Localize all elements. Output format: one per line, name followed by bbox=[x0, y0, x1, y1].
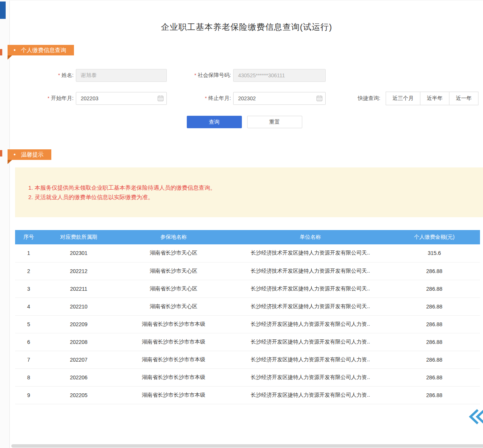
table-cell: 315.6 bbox=[389, 244, 480, 262]
payment-table: 序号对应费款所属期参保地名称单位名称个人缴费金额(元) 1202301湖南省长沙… bbox=[15, 230, 480, 404]
query-form: *姓名: *社会保障号码: *开始年月: *终止年月: bbox=[10, 69, 483, 128]
table-body: 1202301湖南省长沙市天心区长沙经济技术开发区捷特人力资源开发有限公司天..… bbox=[15, 244, 480, 404]
calendar-icon[interactable] bbox=[316, 95, 323, 101]
column-header: 对应费款所属期 bbox=[42, 230, 115, 244]
table-row: 4202210湖南省长沙市天心区长沙经济技术开发区捷特人力资源开发有限公司天..… bbox=[15, 298, 480, 315]
tip-line: 1. 本服务仅提供尚未领取企业职工基本养老保险待遇人员的缴费信息查询。 bbox=[28, 183, 483, 192]
table-row: 7202207湖南省长沙市长沙市市本级长沙经济开发区捷特人力资源开发有限公司人力… bbox=[15, 351, 480, 368]
table-cell: 5 bbox=[15, 315, 42, 333]
ssn-label: *社会保障号码: bbox=[170, 72, 231, 79]
ssn-input[interactable] bbox=[233, 69, 326, 82]
table-cell: 湖南省长沙市长沙市市本级 bbox=[115, 351, 232, 368]
table-cell: 湖南省长沙市长沙市市本级 bbox=[115, 368, 232, 386]
table-row: 6202208湖南省长沙市长沙市市本级长沙经济开发区捷特人力资源开发有限公司人力… bbox=[15, 333, 480, 351]
horizontal-scrollbar[interactable] bbox=[11, 444, 483, 448]
tips-lines: 1. 本服务仅提供尚未领取企业职工基本养老保险待遇人员的缴费信息查询。2. 灵活… bbox=[28, 183, 483, 202]
end-month-label: *终止年月: bbox=[170, 95, 231, 102]
query-section-badge: • 个人缴费信息查询 bbox=[8, 45, 74, 55]
table-cell: 湖南省长沙市天心区 bbox=[115, 244, 232, 262]
table-cell: 长沙经济开发区捷特人力资源开发有限公司人力资.. bbox=[232, 333, 389, 351]
badge-bullet-icon: • bbox=[14, 152, 16, 158]
required-mark: * bbox=[58, 72, 60, 78]
table-cell: 286.88 bbox=[389, 298, 480, 315]
quick-query-option-3[interactable]: 近一年 bbox=[449, 92, 478, 105]
table-cell: 湖南省长沙市长沙市市本级 bbox=[115, 333, 232, 351]
table-cell: 286.88 bbox=[389, 333, 480, 351]
table-cell: 长沙经济技术开发区捷特人力资源开发有限公司天.. bbox=[232, 244, 389, 262]
double-chevron-left-icon[interactable] bbox=[468, 409, 483, 425]
table-cell: 长沙经济开发区捷特人力资源开发有限公司人力资.. bbox=[232, 315, 389, 333]
table-cell: 286.88 bbox=[389, 280, 480, 298]
query-button[interactable]: 查询 bbox=[187, 116, 242, 128]
table-cell: 3 bbox=[15, 280, 42, 298]
badge-bullet-icon: • bbox=[14, 47, 16, 53]
table-cell: 湖南省长沙市天心区 bbox=[115, 280, 232, 298]
quick-query-option-1[interactable]: 近三个月 bbox=[386, 92, 420, 105]
required-mark: * bbox=[205, 95, 207, 101]
table-cell: 202212 bbox=[42, 262, 115, 280]
table-cell: 286.88 bbox=[389, 386, 480, 404]
table-cell: 湖南省长沙市长沙市市本级 bbox=[115, 386, 232, 404]
name-input-wrap bbox=[76, 69, 167, 82]
name-label: *姓名: bbox=[10, 72, 74, 79]
quick-query-buttons: 近三个月近半年近一年 bbox=[386, 92, 478, 105]
start-month-input-wrap bbox=[76, 92, 167, 105]
query-section-header: • 个人缴费信息查询 bbox=[10, 45, 483, 55]
table-cell: 286.88 bbox=[389, 351, 480, 368]
start-month-input[interactable] bbox=[76, 92, 167, 105]
table-cell: 6 bbox=[15, 333, 42, 351]
table-cell: 4 bbox=[15, 298, 42, 315]
table-cell: 8 bbox=[15, 368, 42, 386]
calendar-icon[interactable] bbox=[157, 95, 164, 101]
table-cell: 2 bbox=[15, 262, 42, 280]
column-header: 参保地名称 bbox=[115, 230, 232, 244]
table-row: 2202212湖南省长沙市天心区长沙经济技术开发区捷特人力资源开发有限公司天..… bbox=[15, 262, 480, 280]
table-cell: 1 bbox=[15, 244, 42, 262]
table-row: 5202209湖南省长沙市长沙市市本级长沙经济开发区捷特人力资源开发有限公司人力… bbox=[15, 315, 480, 333]
ribbon-tail-query bbox=[0, 49, 2, 55]
name-input[interactable] bbox=[76, 69, 167, 82]
table-cell: 286.88 bbox=[389, 262, 480, 280]
table-cell: 202206 bbox=[42, 368, 115, 386]
table-cell: 202209 bbox=[42, 315, 115, 333]
column-header: 个人缴费金额(元) bbox=[389, 230, 480, 244]
start-month-label: *开始年月: bbox=[10, 95, 74, 102]
reset-button[interactable]: 重置 bbox=[247, 116, 302, 128]
table-cell: 长沙经济技术开发区捷特人力资源开发有限公司天.. bbox=[232, 262, 389, 280]
tips-section-badge: • 温馨提示 bbox=[8, 149, 51, 160]
form-actions: 查询 重置 bbox=[10, 116, 478, 128]
table-cell: 202211 bbox=[42, 280, 115, 298]
table-header-row: 序号对应费款所属期参保地名称单位名称个人缴费金额(元) bbox=[15, 230, 480, 244]
query-section-badge-label: 个人缴费信息查询 bbox=[21, 47, 66, 54]
table-cell: 202210 bbox=[42, 298, 115, 315]
table-cell: 202208 bbox=[42, 333, 115, 351]
table-cell: 202205 bbox=[42, 386, 115, 404]
quick-query-option-2[interactable]: 近半年 bbox=[420, 92, 449, 105]
tips-section-badge-label: 温馨提示 bbox=[21, 151, 44, 158]
table-cell: 9 bbox=[15, 386, 42, 404]
table-cell: 长沙经济技术开发区捷特人力资源开发有限公司天.. bbox=[232, 280, 389, 298]
sidebar-collapsed-tab[interactable] bbox=[0, 2, 6, 19]
table-cell: 286.88 bbox=[389, 315, 480, 333]
tips-notice-box: 1. 本服务仅提供尚未领取企业职工基本养老保险待遇人员的缴费信息查询。2. 灵活… bbox=[15, 167, 483, 217]
required-mark: * bbox=[194, 72, 196, 78]
table-cell: 湖南省长沙市天心区 bbox=[115, 298, 232, 315]
table-cell: 长沙经济开发区捷特人力资源开发有限公司人力资.. bbox=[232, 368, 389, 386]
quick-query-label: 快捷查询: bbox=[358, 95, 380, 102]
table-row: 9202205湖南省长沙市长沙市市本级长沙经济开发区捷特人力资源开发有限公司人力… bbox=[15, 386, 480, 404]
ribbon-fold bbox=[8, 55, 12, 60]
tip-line: 2. 灵活就业人员的缴费单位信息以实际缴费为准。 bbox=[28, 192, 483, 202]
table-cell: 202207 bbox=[42, 351, 115, 368]
table-row: 8202206湖南省长沙市长沙市市本级长沙经济开发区捷特人力资源开发有限公司人力… bbox=[15, 368, 480, 386]
form-row-identity: *姓名: *社会保障号码: bbox=[10, 69, 478, 82]
end-month-input-wrap bbox=[233, 92, 326, 105]
column-header: 单位名称 bbox=[232, 230, 389, 244]
main-panel: 企业职工基本养老保险缴费信息查询(试运行) • 个人缴费信息查询 *姓名: *社… bbox=[10, 0, 483, 448]
table-cell: 长沙经济开发区捷特人力资源开发有限公司人力资.. bbox=[232, 351, 389, 368]
column-header: 序号 bbox=[15, 230, 42, 244]
table-cell: 202301 bbox=[42, 244, 115, 262]
left-rail bbox=[0, 0, 10, 448]
page-title: 企业职工基本养老保险缴费信息查询(试运行) bbox=[10, 0, 483, 33]
table-cell: 286.88 bbox=[389, 368, 480, 386]
end-month-input[interactable] bbox=[233, 92, 326, 105]
